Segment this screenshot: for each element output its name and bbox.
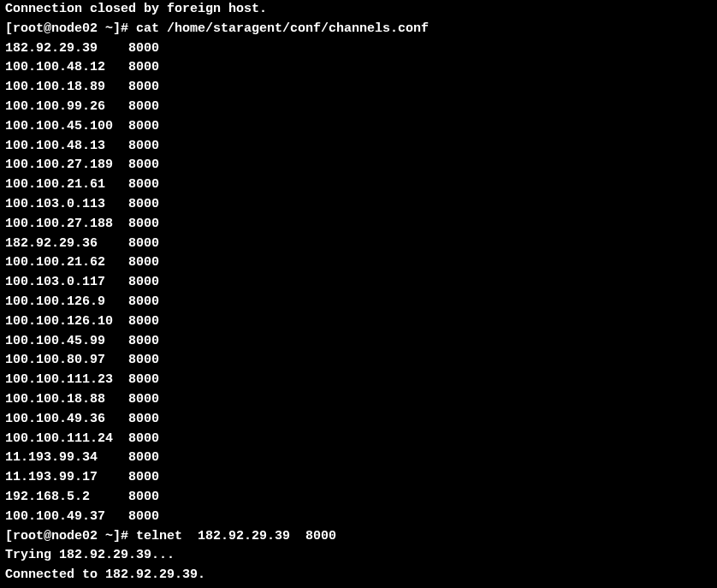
channel-row: 192.168.5.2 8000 [5,488,712,508]
channel-row: 11.193.99.17 8000 [5,468,712,488]
channel-row: 100.100.21.61 8000 [5,175,712,195]
channel-row: 100.100.99.26 8000 [5,98,712,117]
channel-row: 182.92.29.36 8000 [5,235,712,254]
command-cat: cat /home/staragent/conf/channels.conf [136,21,429,36]
telnet-connected: Connected to 182.92.29.39. [5,566,712,585]
channel-row: 100.100.111.23 8000 [5,371,712,390]
channel-row: 100.100.27.189 8000 [5,156,712,175]
channel-row: 100.100.80.97 8000 [5,351,712,371]
channel-row: 100.103.0.117 8000 [5,273,712,293]
prompt: [root@node02 ~]# [5,21,136,36]
channel-row: 100.100.111.24 8000 [5,430,712,449]
prompt: [root@node02 ~]# [5,529,136,543]
channel-row: 100.100.21.62 8000 [5,253,712,273]
prompt-line-telnet: [root@node02 ~]# telnet 182.92.29.39 800… [5,527,712,547]
telnet-trying: Trying 182.92.29.39... [5,546,712,566]
channel-row: 100.100.48.12 8000 [5,58,712,78]
closed-line: Connection closed by foreign host. [5,0,712,20]
channel-row: 100.100.18.89 8000 [5,78,712,98]
channel-row: 100.100.45.99 8000 [5,332,712,352]
channel-row: 100.100.49.37 8000 [5,508,712,527]
channel-row: 100.100.27.188 8000 [5,215,712,235]
channel-row: 100.100.126.9 8000 [5,293,712,312]
channel-row: 100.100.45.100 8000 [5,117,712,137]
channel-row: 100.103.0.113 8000 [5,195,712,215]
terminal-output[interactable]: Connection closed by foreign host. [root… [0,0,717,588]
channel-row: 182.92.29.39 8000 [5,39,712,59]
command-telnet: telnet 182.92.29.39 8000 [136,529,336,543]
channel-row: 100.100.49.36 8000 [5,410,712,430]
channel-row: 100.100.18.88 8000 [5,390,712,410]
channel-row: 11.193.99.34 8000 [5,448,712,468]
channel-row: 100.100.48.13 8000 [5,137,712,157]
prompt-line-cat: [root@node02 ~]# cat /home/staragent/con… [5,20,712,39]
channel-row: 100.100.126.10 8000 [5,312,712,332]
